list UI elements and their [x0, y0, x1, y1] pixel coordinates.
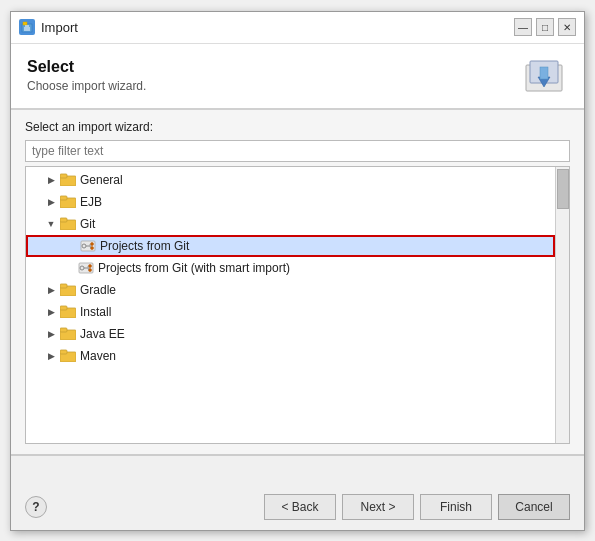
tree-list: ▶ General ▶ EJB ▼: [26, 167, 569, 369]
tree-item-ejb[interactable]: ▶ EJB: [26, 191, 555, 213]
expand-icon-install: ▶: [44, 305, 58, 319]
tree-container[interactable]: ▶ General ▶ EJB ▼: [25, 166, 570, 444]
git-icon-projects-smart: [78, 261, 94, 275]
tree-label-git-projects-smart: Projects from Git (with smart import): [98, 261, 290, 275]
tree-label-java-ee: Java EE: [80, 327, 125, 341]
folder-icon-java-ee: [60, 327, 76, 341]
svg-rect-32: [60, 328, 67, 332]
expand-icon-maven: ▶: [44, 349, 58, 363]
footer-spacer: [25, 466, 570, 486]
tree-item-java-ee[interactable]: ▶ Java EE: [26, 323, 555, 345]
scrollbar-thumb[interactable]: [557, 169, 569, 209]
svg-rect-14: [60, 218, 67, 222]
folder-icon-gradle: [60, 283, 76, 297]
expand-icon-java-ee: ▶: [44, 327, 58, 341]
folder-icon-ejb: [60, 195, 76, 209]
svg-rect-28: [60, 284, 67, 288]
finish-button[interactable]: Finish: [420, 494, 492, 520]
tree-label-git: Git: [80, 217, 95, 231]
help-button[interactable]: ?: [25, 496, 47, 518]
tree-label-ejb: EJB: [80, 195, 102, 209]
folder-icon-general: [60, 173, 76, 187]
expand-icon-git-projects-smart: [62, 261, 76, 275]
svg-rect-12: [60, 196, 67, 200]
filter-input[interactable]: [25, 140, 570, 162]
tree-label-maven: Maven: [80, 349, 116, 363]
tree-item-maven[interactable]: ▶ Maven: [26, 345, 555, 367]
tree-label-install: Install: [80, 305, 111, 319]
close-button[interactable]: ✕: [558, 18, 576, 36]
expand-icon-general: ▶: [44, 173, 58, 187]
expand-icon-gradle: ▶: [44, 283, 58, 297]
title-bar: Import — □ ✕: [11, 12, 584, 44]
header-icon: [520, 56, 568, 96]
svg-point-25: [89, 268, 92, 271]
header-text: Select Choose import wizard.: [27, 58, 146, 93]
tree-label-git-projects: Projects from Git: [100, 239, 189, 253]
maximize-button[interactable]: □: [536, 18, 554, 36]
wizard-label: Select an import wizard:: [25, 120, 570, 134]
cancel-button[interactable]: Cancel: [498, 494, 570, 520]
expand-icon-git-projects: [64, 239, 78, 253]
svg-point-19: [91, 246, 94, 249]
svg-rect-30: [60, 306, 67, 310]
header-section: Select Choose import wizard.: [11, 44, 584, 110]
back-button[interactable]: < Back: [264, 494, 336, 520]
tree-item-general[interactable]: ▶ General: [26, 169, 555, 191]
tree-item-install[interactable]: ▶ Install: [26, 301, 555, 323]
content-area: Select an import wizard: ▶ General ▶: [11, 110, 584, 454]
tree-item-gradle[interactable]: ▶ Gradle: [26, 279, 555, 301]
svg-line-26: [88, 266, 89, 270]
svg-rect-34: [60, 350, 67, 354]
tree-label-general: General: [80, 173, 123, 187]
tree-item-git[interactable]: ▼ Git: [26, 213, 555, 235]
footer: ? < Back Next > Finish Cancel: [11, 454, 584, 530]
tree-item-git-projects[interactable]: Projects from Git: [26, 235, 555, 257]
expand-icon-git: ▼: [44, 217, 58, 231]
svg-rect-1: [23, 22, 27, 25]
next-button[interactable]: Next >: [342, 494, 414, 520]
folder-icon-install: [60, 305, 76, 319]
window-controls: — □ ✕: [514, 18, 576, 36]
svg-point-18: [91, 242, 94, 245]
expand-icon-ejb: ▶: [44, 195, 58, 209]
header-title: Select: [27, 58, 146, 76]
svg-rect-10: [60, 174, 67, 178]
import-dialog: Import — □ ✕ Select Choose import wizard…: [10, 11, 585, 531]
svg-rect-8: [540, 67, 548, 79]
header-subtitle: Choose import wizard.: [27, 79, 146, 93]
footer-buttons: ? < Back Next > Finish Cancel: [25, 494, 570, 520]
folder-icon-git: [60, 217, 76, 231]
folder-icon-maven: [60, 349, 76, 363]
tree-item-git-projects-smart[interactable]: Projects from Git (with smart import): [26, 257, 555, 279]
tree-label-gradle: Gradle: [80, 283, 116, 297]
window-title: Import: [41, 20, 514, 35]
git-icon-projects: [80, 239, 96, 253]
button-group: < Back Next > Finish Cancel: [264, 494, 570, 520]
minimize-button[interactable]: —: [514, 18, 532, 36]
window-icon: [19, 19, 35, 35]
svg-line-20: [90, 244, 91, 248]
scrollbar-track[interactable]: [555, 167, 569, 443]
svg-point-24: [89, 264, 92, 267]
